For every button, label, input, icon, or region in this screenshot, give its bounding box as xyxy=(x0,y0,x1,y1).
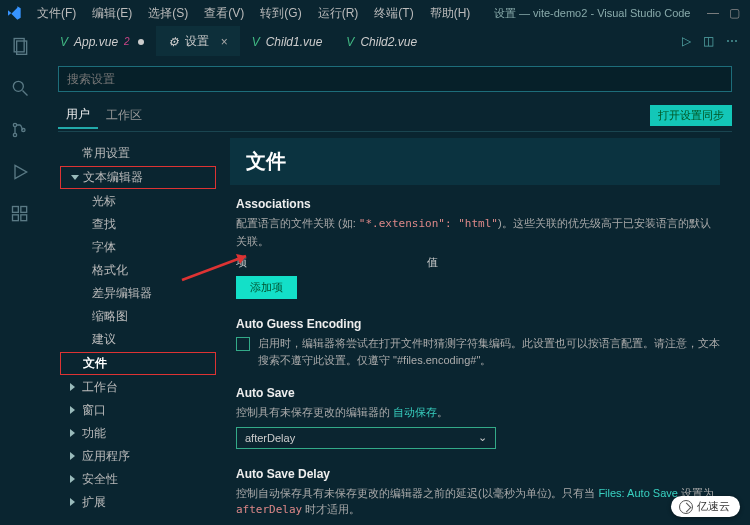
auto-save-dropdown[interactable]: afterDelay ⌄ xyxy=(236,427,496,449)
svg-point-2 xyxy=(13,81,23,91)
col-key: 项 xyxy=(236,255,247,270)
tab-child1[interactable]: V Child1.vue xyxy=(240,26,335,56)
watermark-icon xyxy=(679,500,693,514)
toc-suggest[interactable]: 建议 xyxy=(58,328,218,351)
setting-title: Associations xyxy=(236,197,720,211)
tab-label: Child1.vue xyxy=(266,35,323,49)
gear-icon: ⚙ xyxy=(168,35,179,49)
run-icon[interactable]: ▷ xyxy=(682,34,691,48)
svg-point-4 xyxy=(13,123,16,126)
vscode-logo xyxy=(6,5,22,21)
activity-bar xyxy=(0,26,40,525)
menu-view[interactable]: 查看(V) xyxy=(197,3,251,24)
settings-sync-button[interactable]: 打开设置同步 xyxy=(650,105,732,126)
setting-link[interactable]: 自动保存 xyxy=(393,406,437,418)
dirty-indicator xyxy=(138,39,144,45)
title-buttons: — ▢ xyxy=(707,6,744,20)
scope-workspace[interactable]: 工作区 xyxy=(98,103,150,128)
svg-rect-9 xyxy=(21,207,27,213)
editor-tabs: V App.vue 2 ⚙ 设置 × V Child1.vue V Child2… xyxy=(40,26,750,56)
toc-files[interactable]: 文件 xyxy=(60,352,216,375)
menu-run[interactable]: 运行(R) xyxy=(311,3,366,24)
toc-find[interactable]: 查找 xyxy=(58,213,218,236)
explorer-icon[interactable] xyxy=(10,36,30,56)
setting-auto-save: Auto Save 控制具有未保存更改的编辑器的 自动保存。 afterDela… xyxy=(230,386,720,449)
settings-toc: 常用设置 文本编辑器 光标 查找 字体 格式化 差异编辑器 缩略图 建议 文件 … xyxy=(58,138,218,525)
svg-line-3 xyxy=(23,91,28,96)
tab-label: 设置 xyxy=(185,33,209,50)
vue-icon: V xyxy=(346,35,354,49)
split-editor-icon[interactable]: ◫ xyxy=(703,34,714,48)
tab-label: Child2.vue xyxy=(360,35,417,49)
setting-link[interactable]: Files: Auto Save xyxy=(598,487,678,499)
toc-workbench[interactable]: 工作台 xyxy=(58,376,218,399)
setting-auto-save-delay: Auto Save Delay 控制自动保存具有未保存更改的编辑器之前的延迟(以… xyxy=(230,467,720,526)
chevron-down-icon: ⌄ xyxy=(478,431,487,444)
menu-help[interactable]: 帮助(H) xyxy=(423,3,478,24)
svg-rect-8 xyxy=(13,207,19,213)
toc-features[interactable]: 功能 xyxy=(58,422,218,445)
toc-diff[interactable]: 差异编辑器 xyxy=(58,282,218,305)
vue-icon: V xyxy=(60,35,68,49)
col-value: 值 xyxy=(427,255,438,270)
toc-window[interactable]: 窗口 xyxy=(58,399,218,422)
debug-icon[interactable] xyxy=(10,162,30,182)
more-icon[interactable]: ⋯ xyxy=(726,34,738,48)
search-icon[interactable] xyxy=(10,78,30,98)
extensions-icon[interactable] xyxy=(10,204,30,224)
toc-application[interactable]: 应用程序 xyxy=(58,445,218,468)
add-item-button[interactable]: 添加项 xyxy=(236,276,297,299)
menu-go[interactable]: 转到(G) xyxy=(253,3,308,24)
menu-selection[interactable]: 选择(S) xyxy=(141,3,195,24)
toc-format[interactable]: 格式化 xyxy=(58,259,218,282)
checkbox[interactable] xyxy=(236,337,250,351)
settings-content: 文件 Associations 配置语言的文件关联 (如: "*.extensi… xyxy=(218,138,732,525)
window-title: 设置 — vite-demo2 - Visual Studio Code xyxy=(479,6,705,21)
source-control-icon[interactable] xyxy=(10,120,30,140)
menubar: 文件(F) 编辑(E) 选择(S) 查看(V) 转到(G) 运行(R) 终端(T… xyxy=(0,0,750,26)
close-icon[interactable]: × xyxy=(221,35,228,49)
setting-title: Auto Guess Encoding xyxy=(236,317,720,331)
tab-label: App.vue xyxy=(74,35,118,49)
toc-cursor[interactable]: 光标 xyxy=(58,190,218,213)
vue-icon: V xyxy=(252,35,260,49)
svg-point-5 xyxy=(13,133,16,136)
toc-text-editor[interactable]: 文本编辑器 xyxy=(60,166,216,189)
watermark: 亿速云 xyxy=(671,496,740,517)
setting-title: Auto Save Delay xyxy=(236,467,720,481)
menu-edit[interactable]: 编辑(E) xyxy=(85,3,139,24)
svg-rect-10 xyxy=(13,215,19,221)
settings-search-input[interactable] xyxy=(58,66,732,92)
scope-user[interactable]: 用户 xyxy=(58,102,98,129)
menu-file[interactable]: 文件(F) xyxy=(30,3,83,24)
maximize-icon[interactable]: ▢ xyxy=(729,6,740,20)
toc-common[interactable]: 常用设置 xyxy=(58,142,218,165)
section-header-files: 文件 xyxy=(230,138,720,185)
setting-title: Auto Save xyxy=(236,386,720,400)
toc-font[interactable]: 字体 xyxy=(58,236,218,259)
menu-terminal[interactable]: 终端(T) xyxy=(367,3,420,24)
setting-associations: Associations 配置语言的文件关联 (如: "*.extension"… xyxy=(230,197,720,299)
minimize-icon[interactable]: — xyxy=(707,6,719,20)
toc-extensions[interactable]: 扩展 xyxy=(58,491,218,514)
setting-desc: 启用时，编辑器将尝试在打开文件时猜测字符集编码。此设置也可以按语言配置。请注意，… xyxy=(258,335,720,368)
toc-minimap[interactable]: 缩略图 xyxy=(58,305,218,328)
svg-marker-7 xyxy=(15,165,27,178)
tab-child2[interactable]: V Child2.vue xyxy=(334,26,429,56)
svg-rect-11 xyxy=(21,215,27,221)
tab-settings[interactable]: ⚙ 设置 × xyxy=(156,26,240,56)
toc-security[interactable]: 安全性 xyxy=(58,468,218,491)
tab-app-vue[interactable]: V App.vue 2 xyxy=(48,26,156,56)
tab-count: 2 xyxy=(124,36,130,47)
setting-auto-guess-encoding: Auto Guess Encoding 启用时，编辑器将尝试在打开文件时猜测字符… xyxy=(230,317,720,368)
